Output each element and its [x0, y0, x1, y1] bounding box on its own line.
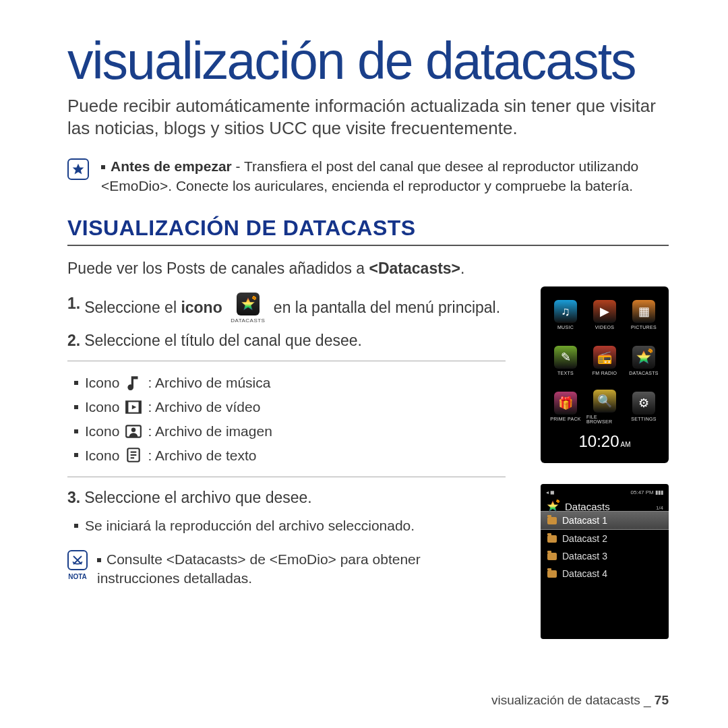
- status-left: ◂ ◼: [546, 489, 555, 495]
- svg-marker-1: [73, 164, 84, 175]
- film-icon: [125, 400, 142, 415]
- device-clock: 10:20AM: [547, 432, 662, 451]
- divider: [67, 361, 506, 361]
- divider: [67, 477, 506, 477]
- device2-title: Datacasts: [565, 501, 610, 512]
- subheading: Puede ver los Posts de canales añadidos …: [67, 258, 506, 279]
- step-1: 1. Seleccione el icono DATACASTS en la p…: [67, 293, 506, 324]
- section-heading: VISUALIZACIÓN DE DATACASTS: [67, 216, 669, 241]
- app-settings: ⚙SETTINGS: [626, 385, 662, 428]
- note-icon: [67, 550, 88, 570]
- intro-text: Puede recibir automáticamente informació…: [67, 95, 669, 140]
- datacasts-icon: DATACASTS: [231, 293, 265, 324]
- step-2: 2. Seleccione el título del canal que de…: [67, 330, 506, 351]
- datacast-item: Datacast 1: [541, 511, 669, 530]
- app-file-browser: 🔍FILE BROWSER: [586, 385, 623, 428]
- svg-marker-5: [132, 405, 137, 410]
- image-icon: [125, 424, 142, 439]
- app-datacasts: DATACASTS: [626, 339, 662, 382]
- page-title: visualización de datacasts: [67, 34, 669, 88]
- tip-bold: Antes de empezar: [111, 158, 232, 174]
- music-note-icon: [125, 375, 142, 390]
- star-icon: [67, 158, 89, 180]
- tip-box: Antes de empezar - Transfiera el post de…: [67, 157, 669, 195]
- datacast-item: Datacast 2: [541, 530, 669, 547]
- text-file-icon: [125, 448, 142, 462]
- datacast-item: Datacast 3: [541, 547, 669, 565]
- svg-point-7: [131, 427, 136, 432]
- svg-rect-4: [139, 401, 141, 413]
- step-3-sub: Se iniciará la reproducción del archivo …: [74, 514, 506, 538]
- section-rule: [67, 245, 669, 246]
- datacast-item: Datacast 4: [541, 565, 669, 582]
- app-music: ♫MUSIC: [547, 293, 584, 336]
- app-fm-radio: 📻FM RADIO: [586, 339, 623, 382]
- note-caption: NOTA: [67, 573, 88, 580]
- status-right: 05:47 PM ▮▮▮: [631, 489, 663, 495]
- icon-legend: Icono : Archivo de música Icono : Archiv…: [67, 371, 506, 467]
- app-pictures: ▦PICTURES: [626, 293, 662, 336]
- svg-rect-3: [127, 401, 129, 413]
- device-main-menu: ♫MUSIC▶VIDEOS▦PICTURES✎TEXTS📻FM RADIODAT…: [541, 286, 669, 463]
- device-datacast-list: ◂ ◼ 05:47 PM ▮▮▮ Datacasts 1/4 Datacast …: [541, 484, 669, 639]
- app-videos: ▶VIDEOS: [586, 293, 623, 336]
- page-footer: visualización de datacasts _ 75: [491, 693, 669, 708]
- app-prime-pack: 🎁PRIME PACK: [547, 385, 584, 428]
- step-3: 3. Seleccione el archivo que desee.: [67, 487, 506, 508]
- datacasts-star-icon: [546, 499, 559, 513]
- note-text: Consulte <Datacasts> de <EmoDio> para ob…: [97, 550, 506, 588]
- app-texts: ✎TEXTS: [547, 339, 584, 382]
